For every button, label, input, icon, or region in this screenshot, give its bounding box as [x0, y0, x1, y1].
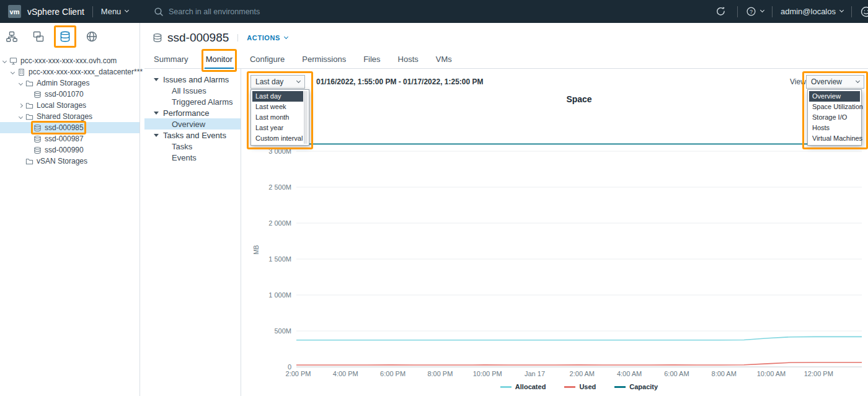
time-range-menu: Last dayLast weekLast monthLast yearCust…	[250, 89, 309, 146]
chart-title: Space	[296, 94, 862, 104]
tree-item-local-storages[interactable]: Local Storages	[0, 100, 140, 111]
series-allocated	[296, 337, 862, 340]
networking-icon[interactable]	[86, 30, 98, 43]
help-menu[interactable]: ?	[746, 6, 764, 17]
datastore-icon	[153, 33, 162, 43]
view-option-virtual-machines[interactable]: Virtual Machines	[809, 133, 860, 144]
tree-item-pcc-xxx-xxx-xxx-xxx-datacenter[interactable]: pcc-xxx-xxx-xxx-xxx_datacenter***	[0, 66, 140, 77]
tree-item-label: pcc-xxx-xxx-xxx-xxx.ovh.com	[20, 56, 117, 65]
y-tick-label: 500M	[274, 327, 291, 335]
view-option-space-utilization[interactable]: Space Utilization	[809, 102, 860, 112]
tree-item-label: Local Storages	[37, 101, 86, 110]
section-label: Tasks and Events	[163, 131, 226, 140]
tree-item-core: Shared Storages	[25, 112, 92, 121]
view-label: View	[790, 77, 806, 86]
section-expanded-icon	[154, 112, 159, 115]
product-title: vSphere Client	[27, 7, 84, 17]
chevron-right-icon[interactable]	[19, 103, 23, 107]
x-tick-label: 12:00 PM	[804, 370, 833, 377]
tab-summary[interactable]: Summary	[153, 52, 190, 68]
monitor-nav-item-label: Tasks	[172, 142, 192, 151]
inventory-panel: pcc-xxx-xxx-xxx-xxx.ovh.compcc-xxx-xxx-x…	[0, 23, 140, 396]
chevron-down-icon	[760, 8, 764, 12]
folder-icon	[25, 157, 33, 165]
global-search[interactable]: Search in all environments	[154, 0, 260, 23]
tree-item-label: Admin Storages	[37, 79, 89, 87]
x-tick-label: 4:00 AM	[617, 370, 642, 377]
tree-item-core: ssd-000990	[33, 146, 84, 154]
tree-item-label: pcc-xxx-xxx-xxx-xxx_datacenter***	[29, 68, 143, 76]
tree-item-admin-storages[interactable]: Admin Storages	[0, 77, 140, 89]
monitor-nav-item-all-issues[interactable]: All Issues	[144, 85, 241, 96]
time-range-value: Last day	[255, 77, 283, 86]
chevron-down-icon	[296, 78, 301, 82]
range-option-last-day[interactable]: Last day	[252, 91, 303, 102]
vmware-logo: vm	[8, 5, 21, 18]
x-tick-label: 2:00 PM	[286, 370, 311, 377]
monitor-nav-section-tasks-and-events[interactable]: Tasks and Events	[144, 130, 241, 141]
tab-configure[interactable]: Configure	[249, 52, 286, 68]
tab-monitor[interactable]: Monitor	[205, 52, 234, 69]
tree-item-label: ssd-001070	[45, 90, 84, 99]
tree-item-ssd-000985[interactable]: ssd-000985	[0, 122, 140, 133]
storage-icon[interactable]	[59, 30, 71, 43]
chart-legend: AllocatedUsedCapacity	[296, 383, 862, 390]
vms-and-templates-icon[interactable]	[32, 30, 45, 43]
menu-button[interactable]: Menu	[101, 7, 129, 16]
monitor-nav-selected-label: Overview	[172, 120, 205, 129]
tree-item-vsan-storages[interactable]: vSAN Storages	[0, 156, 140, 167]
tree-item-pcc-xxx-xxx-xxx-xxx-ovh-com[interactable]: pcc-xxx-xxx-xxx-xxx.ovh.com	[0, 55, 140, 66]
folder-icon	[25, 113, 33, 121]
scrollbar[interactable]	[304, 91, 308, 144]
refresh-icon[interactable]	[715, 6, 727, 17]
section-expanded-icon	[154, 78, 159, 81]
view-option-storage-i-o[interactable]: Storage I/O	[809, 112, 860, 123]
inventory-view-switcher	[0, 23, 140, 50]
view-option-hosts[interactable]: Hosts	[809, 123, 860, 133]
tab-vms[interactable]: VMs	[435, 52, 453, 68]
range-option-last-week[interactable]: Last week	[252, 102, 303, 112]
tab-files[interactable]: Files	[362, 52, 381, 68]
tree-item-ssd-000990[interactable]: ssd-000990	[0, 144, 140, 156]
hosts-and-clusters-icon[interactable]	[6, 30, 18, 43]
x-tick-label: 8:00 AM	[712, 370, 737, 377]
range-option-custom-interval[interactable]: Custom interval	[252, 133, 303, 144]
view-option-overview[interactable]: Overview	[809, 91, 860, 102]
tree-item-label: Shared Storages	[37, 112, 92, 121]
folder-icon	[25, 79, 33, 87]
monitor-nav-item-label: Triggered Alarms	[172, 97, 233, 107]
view-select[interactable]: Overview	[806, 75, 864, 89]
chevron-down-icon[interactable]	[2, 58, 7, 63]
monitor-nav-item-triggered-alarms[interactable]: Triggered Alarms	[144, 96, 241, 107]
monitor-nav-section-performance[interactable]: Performance	[144, 107, 241, 118]
range-option-last-month[interactable]: Last month	[252, 112, 303, 123]
tree-item-label: vSAN Storages	[37, 157, 87, 165]
actions-button[interactable]: ACTIONS	[237, 34, 288, 42]
divider	[772, 6, 773, 17]
tree-item-ssd-001070[interactable]: ssd-001070	[0, 89, 140, 100]
monitor-nav-item-tasks[interactable]: Tasks	[144, 141, 241, 152]
tab-permissions[interactable]: Permissions	[301, 52, 347, 68]
legend-item-used: Used	[564, 383, 596, 390]
tree-item-ssd-000987[interactable]: ssd-000987	[0, 133, 140, 144]
section-label: Issues and Alarms	[163, 75, 229, 84]
monitor-nav-item-overview[interactable]: Overview	[144, 118, 241, 130]
vcenter-icon	[9, 57, 17, 65]
y-tick-label: 1 000M	[268, 291, 291, 299]
x-tick-label: 4:00 PM	[333, 370, 358, 377]
range-option-last-year[interactable]: Last year	[252, 123, 303, 133]
user-menu[interactable]: admin@localos	[781, 7, 843, 16]
chevron-down-icon[interactable]	[19, 114, 23, 118]
date-range-text: 01/16/2022, 1:55:00 PM - 01/17/2022, 1:2…	[316, 77, 484, 86]
top-bar: vm vSphere Client Menu Search in all env…	[0, 0, 868, 23]
tree-item-shared-storages[interactable]: Shared Storages	[0, 111, 140, 122]
tree-item-core: Admin Storages	[25, 79, 89, 87]
monitor-nav-section-issues-and-alarms[interactable]: Issues and Alarms	[144, 74, 241, 85]
chevron-down-icon[interactable]	[19, 81, 23, 85]
view-menu: OverviewSpace UtilizationStorage I/OHost…	[807, 89, 862, 146]
tab-hosts[interactable]: Hosts	[397, 52, 420, 68]
time-range-select[interactable]: Last day	[250, 75, 305, 89]
feedback-icon[interactable]	[860, 6, 868, 18]
monitor-nav-item-events[interactable]: Events	[144, 152, 241, 163]
chevron-down-icon[interactable]	[11, 69, 15, 74]
